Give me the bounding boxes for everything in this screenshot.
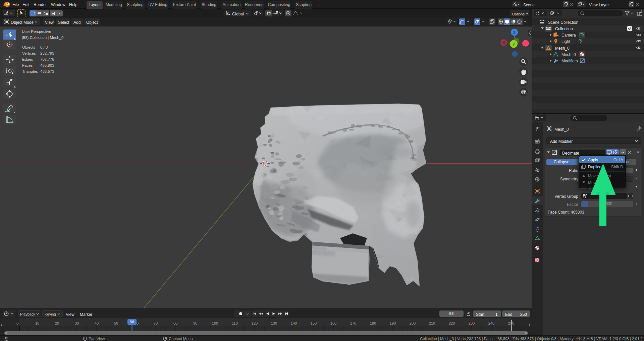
svg-text:Y: Y [513,42,515,46]
svg-text:Z: Z [513,31,516,35]
svg-text:X: X [502,41,505,45]
